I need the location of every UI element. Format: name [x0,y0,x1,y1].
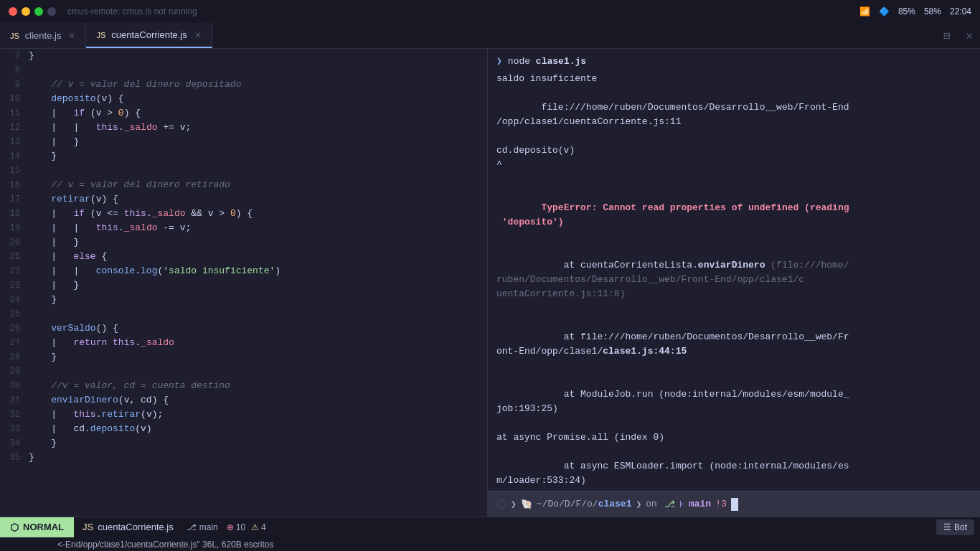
tab-cliente-js[interactable]: JS cliente.js ✕ [0,23,86,48]
terminal-line: at async Promise.all (index 0) [496,430,971,445]
wifi-icon: 📶 [859,6,870,17]
code-line: 8 [0,63,487,77]
js-file-icon-2: JS [96,31,105,39]
bot-icon: ☰ [943,522,951,532]
tab-close-button[interactable]: ✕ [68,31,75,41]
code-line: 20 | } [0,235,487,250]
code-line: 9 // v = valor del dinero depositado [0,77,487,92]
error-count: ⊕ 10 [227,522,245,532]
battery-indicator: 85% [898,6,915,17]
code-line: 28 } [0,350,487,364]
code-line: 10 deposito(v) { [0,92,487,106]
code-line: 22 | | console.log('saldo insuficiente') [0,264,487,278]
window-title: cmus-remote: cmus is not running [67,6,197,17]
code-line: 21 | else { [0,250,487,264]
tab-label: cliente.js [25,30,62,41]
terminal-panel: ❯ node clase1.js saldo insuficiente file… [488,49,980,517]
volume-indicator: 58% [924,6,941,17]
tab-label-2: cuentaCorriente.js [111,29,187,40]
git-icon: ⎇ [664,499,675,510]
terminal-line: file:///home/ruben/Documentos/Desarrollo… [496,86,971,143]
code-line: 34 } [0,436,487,451]
code-line: 24 } [0,293,487,307]
terminal-prompt-arrow: ❯ [511,499,517,510]
status-branch: ⎇ main [182,522,222,532]
terminal-blank [496,172,971,187]
current-filename: cuentaCorriente.js [98,522,174,532]
code-line: 18 | if (v <= this._saldo && v > 0) { [0,207,487,221]
maximize-window-button[interactable] [34,7,43,16]
terminal-prompt-icon: ❯ [496,55,502,69]
tab-bar: JS cliente.js ✕ JS cuentaCorriente.js ✕ … [0,23,980,49]
terminal-output: ❯ node clase1.js saldo insuficiente file… [488,49,980,491]
status-row1: ⬡ NORMAL JS cuentaCorriente.js ⎇ main ⊕ … [0,517,980,537]
title-bar: cmus-remote: cmus is not running 📶 🔷 85%… [0,0,980,23]
bot-label: Bot [954,522,967,532]
terminal-line: cd.deposito(v) [496,143,971,158]
terminal-line: ^ [496,158,971,172]
status-message: <-End/opp/clase1/cuentaCorriente.js" 36L… [57,540,273,550]
tab-cuenta-corriente-js[interactable]: JS cuentaCorriente.js ✕ [86,23,212,48]
code-line: 32 | this.retirar(v); [0,408,487,422]
code-line: 27 | return this._saldo [0,336,487,350]
main-content: 7 } 8 9 // v = valor del dinero deposita… [0,49,980,517]
error-count-value: 10 [236,522,245,532]
code-line: 35 } [0,451,487,465]
terminal-shell-icon: ⬡ [496,497,507,512]
terminal-cursor [731,498,738,511]
status-bar: ⬡ NORMAL JS cuentaCorriente.js ⎇ main ⊕ … [0,517,980,551]
warn-count-value: 4 [261,522,266,532]
close-editor-button[interactable]: ✕ [958,23,980,48]
vim-mode-indicator: ⬡ NORMAL [0,517,74,537]
js-file-icon: JS [10,32,19,40]
split-editor-button[interactable]: ⊟ [935,23,959,48]
code-line: 16 // v = valor del dinero retirado [0,178,487,192]
branch-icon: ⊦ [679,499,684,510]
branch-icon-status: ⎇ [187,522,197,532]
code-line: 13 | } [0,135,487,149]
terminal-command-line: ❯ node clase1.js [496,55,971,69]
close-window-button[interactable] [9,7,17,16]
terminal-line: at file:///home/ruben/Documentos/Desarro… [496,316,971,373]
code-line: 23 | } [0,278,487,293]
code-line: 25 [0,307,487,321]
code-editor[interactable]: 7 } 8 9 // v = valor del dinero deposita… [0,49,487,517]
code-line: 7 } [0,49,487,63]
js-file-icon-status: JS [83,522,93,532]
code-line: 12 | | this._saldo += v; [0,121,487,135]
terminal-separator: ❯ [636,499,641,510]
terminal-path: ~/Do/D/F/o/clase1 [537,499,632,509]
minimize-window-button[interactable] [22,7,30,16]
code-line: 33 | cd.deposito(v) [0,422,487,436]
traffic-lights [9,7,56,16]
warn-count: ⚠ 4 [251,522,266,532]
tab-close-button-2[interactable]: ✕ [194,30,202,40]
bot-button[interactable]: ☰ Bot [936,519,974,535]
terminal-command: node clase1.js [508,55,586,69]
status-bottom: ⬡ NORMAL JS cuentaCorriente.js ⎇ main ⊕ … [0,517,980,552]
code-line: 15 [0,164,487,178]
terminal-line: saldo insuficiente [496,72,971,86]
system-tray: 📶 🔷 85% 58% 22:04 [859,6,971,17]
code-line: 11 | if (v > 0) { [0,106,487,121]
clock: 22:04 [950,6,971,17]
terminal-line: TypeError: Cannot read properties of und… [496,187,971,244]
code-line: 14 } [0,149,487,164]
terminal-line: at async ESMLoader.import (node:internal… [496,445,971,491]
vim-icon: ⬡ [10,522,19,533]
code-line: 30 //v = valor, cd = cuenta destino [0,379,487,393]
status-filename: JS cuentaCorriente.js [74,522,182,532]
status-row2: <-End/opp/clase1/cuentaCorriente.js" 36L… [0,537,980,552]
code-line: 17 retirar(v) { [0,192,487,207]
extra-window-button [47,7,56,16]
terminal-cmdline[interactable]: ⬡ ❯ 🐚 ~/Do/D/F/o/clase1 ❯ on ⎇ ⊦ main !3 [488,491,980,517]
code-line: 29 [0,364,487,379]
editor-panel: 7 } 8 9 // v = valor del dinero deposita… [0,49,488,517]
terminal-on-text: on [646,499,657,509]
terminal-line: at cuentaCorrienteLista.enviarDinero (fi… [496,244,971,316]
dirty-indicator: !3 [715,499,727,509]
status-counts: ⊕ 10 ⚠ 4 [222,522,270,532]
vim-mode-text: NORMAL [23,522,64,532]
code-line: 26 verSaldo() { [0,321,487,336]
terminal-shell-icon2: 🐚 [521,499,532,510]
